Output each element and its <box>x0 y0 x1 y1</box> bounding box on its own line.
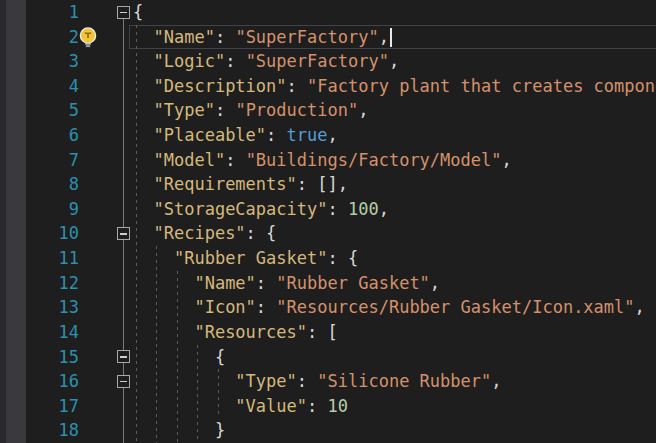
token-punct: : <box>327 199 347 219</box>
token-punct: : <box>287 76 307 96</box>
token-punct: , <box>635 297 645 317</box>
code-line-9[interactable]: "StorageCapacity": 100, <box>133 197 656 222</box>
token-ws <box>133 347 215 367</box>
token-punct: : <box>215 100 235 120</box>
code-line-2[interactable]: "Name": "SuperFactory", <box>133 25 656 50</box>
token-key: "Name" <box>153 27 214 47</box>
line-number: 10 <box>0 221 79 246</box>
token-ws <box>133 125 153 145</box>
token-punct: : <box>225 51 245 71</box>
token-punct: : <box>256 297 276 317</box>
token-key: "Type" <box>235 371 296 391</box>
code-line-7[interactable]: "Model": "Buildings/Factory/Model", <box>133 148 656 173</box>
token-str: "Rubber Gasket" <box>276 273 430 293</box>
code-line-10[interactable]: "Recipes": { <box>133 221 656 246</box>
line-number: 11 <box>0 246 79 271</box>
token-kw: true <box>287 125 328 145</box>
line-number: 18 <box>0 418 79 443</box>
line-number: 14 <box>0 320 79 345</box>
line-number: 5 <box>0 98 79 123</box>
token-key: "Rubber Gasket" <box>174 248 328 268</box>
token-punct: { <box>133 2 143 22</box>
token-key: "Requirements" <box>153 174 296 194</box>
code-line-12[interactable]: "Name": "Rubber Gasket", <box>133 271 656 296</box>
token-ws <box>133 27 153 47</box>
text-caret <box>390 28 392 47</box>
token-punct: : <box>266 125 286 145</box>
line-number: 4 <box>0 74 79 99</box>
token-key: "Type" <box>153 100 214 120</box>
line-number: 9 <box>0 197 79 222</box>
token-punct: , <box>502 150 512 170</box>
token-punct: , <box>389 51 399 71</box>
token-punct: , <box>379 27 389 47</box>
token-punct: : [], <box>297 174 348 194</box>
token-punct: : { <box>327 248 358 268</box>
token-ws <box>133 420 215 440</box>
token-ws <box>133 51 153 71</box>
token-ws <box>133 223 153 243</box>
token-ws <box>133 100 153 120</box>
token-ws <box>133 297 194 317</box>
line-number: 3 <box>0 49 79 74</box>
token-str: "SuperFactory" <box>235 27 378 47</box>
token-str: "Silicone Rubber" <box>317 371 491 391</box>
token-punct: , <box>328 125 338 145</box>
line-number: 6 <box>0 123 79 148</box>
fold-collapse-button-line-15[interactable] <box>117 350 130 363</box>
line-number-gutter: 123456789101112131415161718 <box>0 0 79 443</box>
code-area[interactable]: { "Name": "SuperFactory", "Logic": "Supe… <box>133 0 656 443</box>
token-str: "Buildings/Factory/Model" <box>246 150 502 170</box>
token-punct: } <box>215 420 225 440</box>
code-line-18[interactable]: } <box>133 418 656 443</box>
token-ws <box>133 273 194 293</box>
token-punct: : <box>256 273 276 293</box>
token-key: "Name" <box>194 273 255 293</box>
token-num: 100 <box>348 199 379 219</box>
token-ws <box>133 76 153 96</box>
token-key: "Placeable" <box>153 125 266 145</box>
fold-collapse-button-line-16[interactable] <box>117 375 130 388</box>
token-punct: , <box>430 273 440 293</box>
token-key: "Icon" <box>194 297 255 317</box>
token-punct: : [ <box>307 322 338 342</box>
line-number: 2 <box>0 25 79 50</box>
code-line-16[interactable]: "Type": "Silicone Rubber", <box>133 369 656 394</box>
code-line-15[interactable]: { <box>133 345 656 370</box>
code-line-8[interactable]: "Requirements": [], <box>133 172 656 197</box>
token-key: "Value" <box>235 396 307 416</box>
code-line-4[interactable]: "Description": "Factory plant that creat… <box>133 74 656 99</box>
token-punct: , <box>358 100 368 120</box>
line-number: 17 <box>0 394 79 419</box>
code-line-5[interactable]: "Type": "Production", <box>133 98 656 123</box>
token-ws <box>133 248 174 268</box>
token-key: "Recipes" <box>153 223 245 243</box>
token-punct: : <box>297 371 317 391</box>
token-ws <box>133 396 235 416</box>
line-number: 15 <box>0 345 79 370</box>
code-line-14[interactable]: "Resources": [ <box>133 320 656 345</box>
code-line-1[interactable]: { <box>133 0 656 25</box>
fold-collapse-button-line-10[interactable] <box>117 227 130 240</box>
token-ws <box>133 322 194 342</box>
token-key: "Logic" <box>153 51 225 71</box>
code-line-6[interactable]: "Placeable": true, <box>133 123 656 148</box>
token-punct: : <box>307 396 327 416</box>
line-number: 8 <box>0 172 79 197</box>
token-ws <box>133 174 153 194</box>
token-str: "Production" <box>235 100 358 120</box>
token-punct: : <box>215 27 235 47</box>
token-ws <box>133 150 153 170</box>
token-ws <box>133 199 153 219</box>
code-line-3[interactable]: "Logic": "SuperFactory", <box>133 49 656 74</box>
line-number: 16 <box>0 369 79 394</box>
code-line-17[interactable]: "Value": 10 <box>133 394 656 419</box>
fold-collapse-button-line-1[interactable] <box>117 6 130 19</box>
token-str: "SuperFactory" <box>246 51 389 71</box>
code-line-11[interactable]: "Rubber Gasket": { <box>133 246 656 271</box>
code-line-13[interactable]: "Icon": "Resources/Rubber Gasket/Icon.xa… <box>133 295 656 320</box>
token-punct: , <box>379 199 389 219</box>
line-number: 1 <box>0 0 79 25</box>
token-key: "Resources" <box>194 322 307 342</box>
quick-actions-lightbulb-icon[interactable] <box>77 26 99 49</box>
